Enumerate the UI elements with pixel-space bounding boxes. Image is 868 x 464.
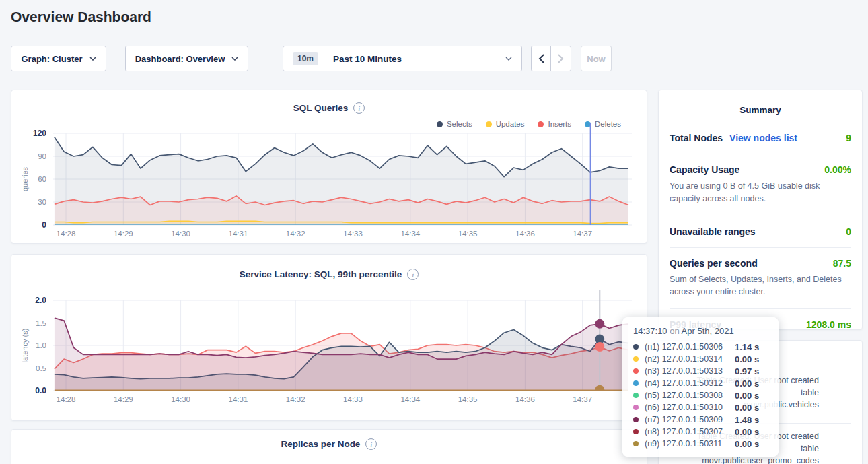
tooltip-node-label: (n8) 127.0.0.1:50307: [645, 427, 735, 436]
tooltip-node-value: 1.48 s: [735, 415, 759, 425]
page-title: Overview Dashboard: [11, 9, 151, 25]
tooltip-row: (n6) 127.0.0.1:503100.00 s: [633, 401, 768, 413]
tooltip-row: (n4) 127.0.0.1:503120.00 s: [633, 377, 768, 389]
tooltip-row: (n3) 127.0.0.1:503130.97 s: [633, 365, 768, 377]
graph-selector-dropdown[interactable]: Graph: Cluster: [11, 46, 106, 71]
graph-selector-label: Graph: Cluster: [21, 54, 82, 64]
svg-text:0.5: 0.5: [36, 364, 46, 372]
capacity-usage-row: Capacity Usage 0.00%: [670, 164, 851, 175]
sql-queries-plot[interactable]: 14:2814:2914:3014:3114:3214:3314:3414:35…: [11, 90, 648, 244]
tooltip-node-label: (n9) 127.0.0.1:50311: [645, 439, 735, 449]
svg-text:14:31: 14:31: [229, 230, 248, 238]
node-color-dot-icon: [633, 417, 639, 422]
queries-per-second-row: Queries per second 87.5: [670, 258, 851, 269]
replicas-chart-title: Replicas per Node i: [11, 438, 647, 450]
capacity-usage-label: Capacity Usage: [670, 164, 739, 175]
unavailable-ranges-label: Unavailable ranges: [670, 226, 756, 237]
time-shift-buttons: [531, 46, 571, 71]
time-back-button[interactable]: [531, 46, 551, 71]
queries-per-second-label: Queries per second: [670, 258, 758, 269]
svg-text:latency (s): latency (s): [21, 329, 29, 363]
capacity-usage-description: You are using 0 B of 4.5 GiB usable disk…: [670, 180, 851, 205]
svg-text:2.0: 2.0: [35, 296, 46, 305]
replicas-per-node-chart-card: Replicas per Node i: [11, 429, 647, 464]
svg-text:14:35: 14:35: [458, 230, 478, 238]
tooltip-node-label: (n3) 127.0.0.1:50313: [645, 366, 735, 376]
sql-queries-chart-card: SQL Queries i SelectsUpdatesInsertsDelet…: [11, 90, 647, 244]
chevron-down-icon: [231, 57, 238, 61]
summary-title: Summary: [670, 105, 851, 115]
svg-text:14:28: 14:28: [57, 230, 76, 238]
dashboard-controls: Graph: Cluster Dashboard: Overview 10m P…: [11, 46, 612, 71]
node-color-dot-icon: [633, 344, 639, 350]
service-latency-chart-card: Service Latency: SQL, 99th percentile i …: [11, 254, 647, 421]
svg-text:queries: queries: [21, 166, 29, 191]
svg-text:14:32: 14:32: [286, 395, 305, 403]
time-forward-button[interactable]: [551, 46, 571, 71]
total-nodes-row: Total Nodes View nodes list 9: [670, 133, 851, 143]
divider: [670, 308, 851, 309]
svg-text:0: 0: [42, 220, 46, 230]
divider: [670, 216, 851, 216]
tooltip-node-label: (n2) 127.0.0.1:50314: [645, 354, 735, 364]
tooltip-node-value: 1.14 s: [735, 342, 759, 352]
dashboard-selector-label: Dashboard: Overview: [135, 54, 225, 64]
chevron-right-icon: [558, 54, 564, 63]
svg-text:14:30: 14:30: [171, 395, 190, 403]
svg-text:1.0: 1.0: [36, 341, 46, 350]
unavailable-ranges-value: 0: [846, 226, 851, 237]
svg-text:60: 60: [38, 175, 46, 183]
svg-text:14:32: 14:32: [286, 230, 305, 238]
dashboard-selector-dropdown[interactable]: Dashboard: Overview: [125, 46, 248, 71]
chart-hover-tooltip: 14:37:10 on Apr 5th, 2021 (n1) 127.0.0.1…: [622, 317, 779, 457]
svg-text:14:37: 14:37: [573, 395, 592, 403]
total-nodes-label: Total Nodes: [670, 133, 723, 143]
svg-text:14:34: 14:34: [400, 395, 420, 403]
tooltip-node-label: (n6) 127.0.0.1:50310: [645, 403, 735, 412]
capacity-usage-value: 0.00%: [824, 164, 851, 175]
tooltip-row: (n9) 127.0.0.1:503110.00 s: [633, 438, 768, 450]
svg-text:120: 120: [33, 129, 46, 138]
view-nodes-list-link[interactable]: View nodes list: [729, 133, 797, 143]
tooltip-time: 14:37:10: [633, 326, 667, 336]
chevron-down-icon: [505, 57, 512, 61]
tooltip-node-value: 0.00 s: [735, 427, 759, 437]
total-nodes-value: 9: [846, 133, 851, 143]
tooltip-row: (n5) 127.0.0.1:503080.00 s: [633, 389, 768, 401]
node-color-dot-icon: [633, 441, 639, 446]
node-color-dot-icon: [633, 356, 639, 362]
p99-latency-value: 1208.0 ms: [806, 319, 851, 330]
tooltip-timestamp: 14:37:10 on Apr 5th, 2021: [633, 326, 768, 336]
tooltip-node-value: 0.00 s: [735, 378, 759, 389]
tooltip-node-label: (n7) 127.0.0.1:50309: [645, 415, 735, 424]
svg-text:14:33: 14:33: [343, 230, 363, 238]
tooltip-node-value: 0.00 s: [735, 354, 759, 364]
tooltip-row: (n1) 127.0.0.1:503061.14 s: [633, 341, 768, 353]
service-latency-plot[interactable]: 14:2814:2914:3014:3114:3214:3314:3414:35…: [11, 255, 648, 422]
controls-divider: [266, 46, 266, 71]
divider: [670, 247, 851, 248]
tooltip-row: (n8) 127.0.0.1:503070.00 s: [633, 426, 768, 438]
svg-text:30: 30: [38, 198, 46, 206]
tooltip-node-value: 0.00 s: [735, 391, 759, 401]
chevron-down-icon: [89, 57, 96, 61]
svg-text:1.5: 1.5: [36, 319, 46, 327]
svg-text:0.0: 0.0: [35, 386, 46, 395]
queries-per-second-description: Sum of Selects, Updates, Inserts, and De…: [670, 273, 851, 299]
tooltip-node-label: (n5) 127.0.0.1:50308: [645, 391, 735, 400]
tooltip-node-value: 0.97 s: [735, 366, 759, 376]
time-window-label: Past 10 Minutes: [333, 54, 402, 64]
svg-text:14:34: 14:34: [400, 230, 420, 238]
tooltip-node-label: (n1) 127.0.0.1:50306: [645, 342, 735, 352]
now-button[interactable]: Now: [581, 46, 612, 71]
info-icon[interactable]: i: [365, 438, 377, 450]
chart-tooltip-rows: (n1) 127.0.0.1:503061.14 s(n2) 127.0.0.1…: [633, 341, 768, 450]
node-color-dot-icon: [633, 405, 639, 410]
node-color-dot-icon: [633, 380, 639, 386]
tooltip-node-value: 0.00 s: [735, 439, 759, 449]
divider: [670, 154, 851, 154]
node-color-dot-icon: [633, 429, 639, 434]
svg-text:14:36: 14:36: [515, 230, 535, 238]
node-color-dot-icon: [633, 368, 639, 374]
time-range-dropdown[interactable]: 10m Past 10 Minutes: [283, 46, 522, 71]
